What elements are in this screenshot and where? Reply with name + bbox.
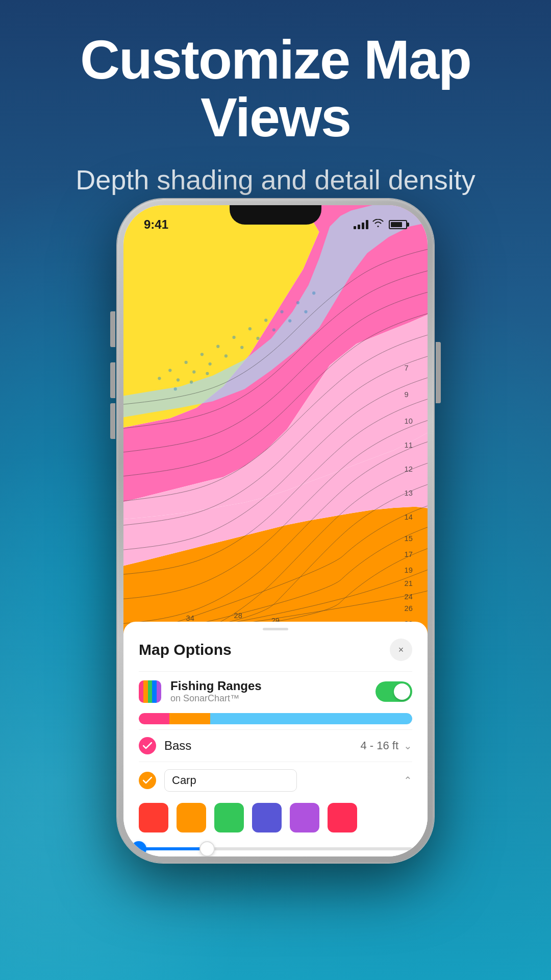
fishing-ranges-icon [139, 680, 161, 703]
svg-point-6 [264, 318, 267, 322]
svg-text:24: 24 [405, 593, 413, 601]
svg-point-10 [177, 378, 180, 381]
svg-text:19: 19 [405, 566, 413, 574]
carp-name-input[interactable] [164, 769, 297, 792]
battery-icon [389, 220, 407, 229]
carp-chevron[interactable]: ⌃ [404, 774, 412, 787]
bass-row[interactable]: Bass 4 - 16 ft ⌄ [139, 732, 412, 760]
swatch-orange[interactable] [177, 803, 206, 832]
subtitle: Depth shading and detail density [41, 162, 510, 198]
range-fill-pink [139, 713, 169, 724]
phone-frame: 9:41 [117, 199, 434, 863]
svg-text:17: 17 [405, 550, 413, 558]
fishing-ranges-toggle[interactable] [375, 681, 412, 702]
svg-point-4 [232, 336, 235, 339]
header-section: Customize Map Views Depth shading and de… [0, 31, 551, 198]
color-bar-red [139, 680, 143, 703]
toggle-knob [394, 683, 410, 700]
bass-check [139, 737, 156, 754]
svg-text:11: 11 [405, 441, 413, 449]
phone-notch [230, 205, 321, 225]
svg-point-7 [280, 310, 283, 313]
svg-text:10: 10 [405, 417, 413, 425]
swatch-indigo[interactable] [252, 803, 282, 832]
status-icons [354, 219, 407, 230]
color-swatches [139, 797, 412, 837]
svg-text:9: 9 [405, 390, 409, 399]
carp-range-slider[interactable] [139, 839, 412, 856]
svg-point-12 [208, 362, 211, 365]
svg-text:34: 34 [186, 614, 194, 622]
color-bar-orange [143, 680, 148, 703]
fishing-ranges-row: Fishing Ranges on SonarChart™ [139, 674, 412, 709]
close-button[interactable]: × [390, 639, 412, 661]
svg-point-14 [240, 346, 243, 349]
svg-text:13: 13 [405, 489, 413, 497]
wifi-icon [372, 219, 384, 230]
swatch-green[interactable] [214, 803, 244, 832]
color-bar-blue [152, 680, 157, 703]
svg-point-8 [296, 301, 299, 304]
bass-range: 4 - 16 ft [360, 739, 398, 752]
svg-point-15 [256, 337, 259, 340]
color-bar-green [148, 680, 153, 703]
title-line1: Customize Map [80, 29, 471, 90]
slider-track [139, 847, 412, 850]
divider-3 [139, 762, 412, 762]
svg-text:7: 7 [405, 364, 409, 372]
swatch-red[interactable] [139, 803, 168, 832]
map-area: 7 9 10 11 12 13 14 15 17 19 21 24 26 30 [123, 205, 428, 642]
slider-thumb-right[interactable] [199, 841, 215, 856]
sheet-title: Map Options [139, 641, 232, 658]
svg-point-11 [192, 371, 195, 374]
svg-text:28: 28 [234, 611, 242, 620]
svg-point-5 [248, 327, 252, 330]
svg-text:21: 21 [405, 579, 413, 587]
svg-point-19 [158, 377, 161, 380]
swatch-purple[interactable] [290, 803, 319, 832]
range-track [139, 713, 412, 724]
divider-2 [139, 729, 412, 730]
option-sublabel: on SonarChart™ [170, 693, 375, 704]
carp-check [139, 772, 156, 789]
svg-point-20 [174, 387, 177, 390]
divider-1 [139, 671, 412, 672]
option-text: Fishing Ranges on SonarChart™ [170, 679, 375, 704]
color-bars [139, 680, 161, 703]
svg-text:26: 26 [405, 604, 413, 612]
range-color-slider[interactable] [139, 713, 412, 724]
color-bar-purple [157, 680, 161, 703]
svg-text:14: 14 [405, 513, 413, 521]
swatch-pink[interactable] [328, 803, 357, 832]
svg-point-17 [288, 319, 291, 322]
bottom-sheet: Map Options × [123, 622, 428, 856]
phone-screen: 9:41 [123, 205, 428, 856]
bass-name: Bass [164, 739, 360, 753]
range-fill-orange [169, 713, 210, 724]
phone-mockup: 9:41 [117, 199, 434, 863]
status-time: 9:41 [144, 217, 168, 232]
svg-point-18 [304, 310, 307, 313]
svg-point-21 [190, 380, 193, 383]
svg-point-22 [206, 372, 209, 375]
svg-point-13 [224, 354, 228, 357]
main-title: Customize Map Views [41, 31, 510, 146]
slider-thumb-left[interactable] [131, 841, 146, 856]
carp-input-wrapper [164, 769, 398, 792]
svg-point-0 [168, 369, 171, 372]
svg-point-9 [312, 291, 315, 295]
carp-row[interactable]: ⌃ [139, 764, 412, 797]
svg-point-2 [201, 353, 204, 356]
title-line2: Views [201, 86, 350, 148]
svg-text:15: 15 [405, 534, 413, 543]
bass-chevron[interactable]: ⌄ [404, 740, 412, 752]
option-label: Fishing Ranges [170, 679, 375, 693]
sheet-header: Map Options × [139, 630, 412, 669]
signal-icon [354, 220, 368, 229]
svg-text:12: 12 [405, 465, 413, 473]
svg-point-1 [184, 361, 187, 364]
range-fill-blue [210, 713, 412, 724]
slider-fill [139, 847, 207, 850]
svg-point-16 [272, 328, 276, 331]
svg-point-3 [216, 345, 219, 348]
